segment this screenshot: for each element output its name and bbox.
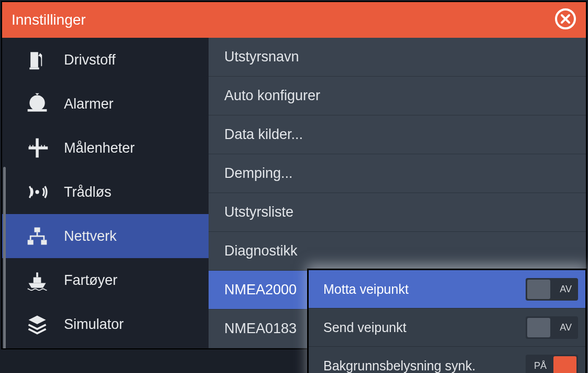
alarm-bell-icon — [25, 92, 49, 116]
main-item-label: Demping... — [224, 165, 293, 182]
main-item-auto-config[interactable]: Auto konfigurer — [209, 77, 586, 115]
close-icon — [554, 8, 576, 32]
svg-point-10 — [35, 190, 39, 194]
svg-rect-9 — [44, 145, 45, 147]
svg-rect-12 — [28, 240, 34, 244]
toggle-state-label: AV — [560, 284, 572, 295]
receive-waypoint-toggle[interactable]: AV — [526, 278, 578, 301]
submenu-item-backlight-sync[interactable]: Bakgrunnsbelysning synk. PÅ — [309, 347, 585, 373]
dialog-title: Innstillinger — [12, 12, 86, 28]
sidebar-item-simulator[interactable]: Simulator — [2, 302, 209, 346]
toggle-knob — [553, 356, 576, 373]
svg-rect-15 — [36, 272, 38, 277]
layers-icon — [25, 312, 49, 336]
send-waypoint-toggle[interactable]: AV — [526, 316, 578, 339]
sidebar-item-alarms[interactable]: Alarmer — [2, 82, 209, 126]
wireless-icon — [25, 180, 49, 204]
sidebar-item-wireless[interactable]: Trådløs — [2, 170, 209, 214]
backlight-sync-toggle[interactable]: PÅ — [526, 355, 578, 373]
sidebar: Drivstoff Alarmer Målenheter Trådløs — [2, 38, 209, 348]
toggle-knob — [527, 280, 550, 299]
nmea2000-submenu: Motta veipunkt AV Send veipunkt AV Bakgr… — [307, 269, 587, 373]
svg-rect-7 — [32, 145, 34, 147]
sidebar-item-units[interactable]: Målenheter — [2, 126, 209, 170]
submenu-item-label: Motta veipunkt — [323, 282, 409, 297]
main-item-label: Utstyrsnavn — [224, 49, 299, 65]
svg-rect-8 — [41, 145, 42, 147]
submenu-item-receive-waypoint[interactable]: Motta veipunkt AV — [309, 270, 585, 308]
titlebar: Innstillinger — [2, 2, 586, 38]
svg-rect-11 — [35, 228, 40, 232]
sidebar-item-vessels[interactable]: Fartøyer — [2, 258, 209, 302]
toggle-state-label: PÅ — [534, 360, 547, 371]
svg-point-2 — [29, 95, 45, 111]
main-item-label: Data kilder... — [224, 126, 303, 143]
main-item-device-name[interactable]: Utstyrsnavn — [209, 38, 586, 77]
main-item-label: NMEA2000 — [224, 282, 297, 298]
svg-rect-13 — [41, 240, 47, 244]
submenu-item-label: Send veipunkt — [323, 320, 406, 335]
main-item-damping[interactable]: Demping... — [209, 154, 586, 193]
sidebar-item-network[interactable]: Nettverk — [2, 214, 209, 258]
sidebar-item-label: Fartøyer — [64, 272, 117, 289]
settings-dialog: Innstillinger Drivstoff Al — [1, 1, 587, 349]
svg-rect-3 — [28, 109, 47, 112]
main-item-label: NMEA0183 — [224, 321, 297, 337]
ship-icon — [25, 268, 49, 292]
sidebar-item-label: Simulator — [64, 316, 124, 333]
toggle-knob — [527, 318, 550, 337]
main-item-label: Diagnostikk — [224, 243, 298, 259]
svg-rect-6 — [29, 145, 30, 147]
svg-rect-1 — [29, 68, 39, 70]
main-item-label: Auto konfigurer — [224, 88, 320, 104]
svg-rect-5 — [29, 146, 48, 150]
sidebar-item-label: Alarmer — [64, 96, 114, 112]
ruler-icon — [25, 136, 49, 160]
network-icon — [25, 224, 49, 248]
sidebar-item-fuel[interactable]: Drivstoff — [2, 38, 209, 82]
sidebar-item-label: Drivstoff — [64, 52, 116, 68]
main-item-data-sources[interactable]: Data kilder... — [209, 115, 586, 154]
toggle-state-label: AV — [560, 322, 572, 333]
svg-rect-14 — [34, 278, 41, 283]
submenu-item-label: Bakgrunnsbelysning synk. — [323, 358, 475, 373]
main-item-label: Utstyrsliste — [224, 204, 293, 220]
sidebar-item-label: Trådløs — [64, 184, 112, 200]
sidebar-item-label: Målenheter — [64, 140, 135, 156]
sidebar-item-label: Nettverk — [64, 228, 117, 244]
main-item-device-list[interactable]: Utstyrsliste — [209, 193, 586, 232]
submenu-item-send-waypoint[interactable]: Send veipunkt AV — [309, 308, 585, 347]
fuel-pump-icon — [25, 48, 49, 72]
close-button[interactable] — [554, 9, 576, 31]
main-item-diagnostics[interactable]: Diagnostikk — [209, 232, 586, 271]
